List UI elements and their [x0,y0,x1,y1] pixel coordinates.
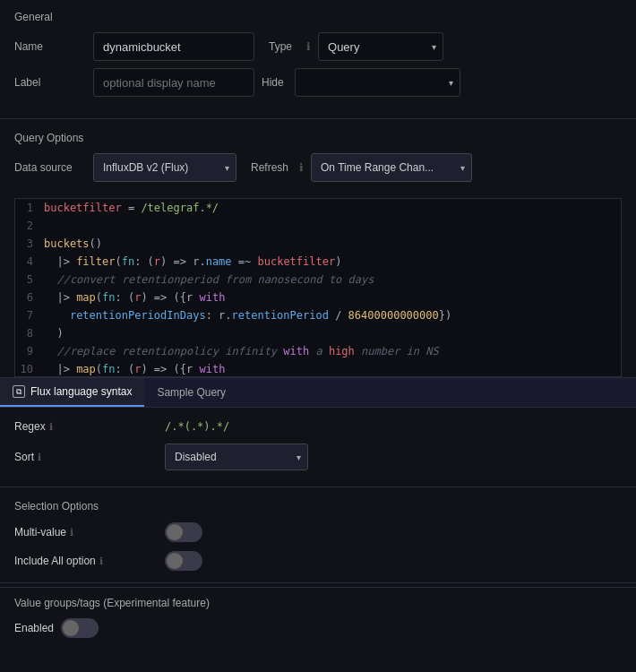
multivalue-label-wrap: Multi-value ℹ [14,526,158,538]
code-line-8: 8 ) [15,324,621,342]
code-line-5: 5 //convert retentionperiod from nanosec… [15,271,621,289]
sort-label-wrap: Sort ℹ [14,451,158,463]
type-label: Type [269,40,292,53]
general-title: General [14,11,622,23]
refresh-label: Refresh [251,161,288,174]
include-all-toggle[interactable] [165,551,202,571]
name-row: Name Type ℹ Query Custom Interval Data s… [14,32,622,61]
multivalue-label: Multi-value [14,526,66,538]
sort-label: Sort [14,451,34,463]
multivalue-row: Multi-value ℹ [0,518,636,547]
include-all-label-wrap: Include All option ℹ [14,555,158,567]
regex-sort-section: Regex ℹ /.*(.*).*/ Sort ℹ Disabled Alpha… [0,408,636,483]
enabled-label: Enabled [14,622,54,634]
divider-3 [0,582,636,583]
tab-flux-label: Flux language syntax [30,385,132,398]
name-input[interactable] [93,32,254,61]
datasource-select-wrap: InfluxDB v2 (Flux) ▾ [93,153,236,182]
label-row: Label Hide Variable Label and Value ▾ [14,68,622,97]
general-section: General Name Type ℹ Query Custom Interva… [0,0,636,115]
query-options-section: Query Options Data source InfluxDB v2 (F… [0,123,636,198]
multivalue-toggle-thumb [167,524,183,540]
include-all-info-icon: ℹ [99,556,103,567]
tab-flux[interactable]: ⧉ Flux language syntax [0,378,144,407]
value-groups-title: Value groups/tags (Experimental feature) [14,597,622,609]
hide-label: Hide [262,76,284,89]
refresh-select[interactable]: On Time Range Chan... Never 5s 10s [311,153,472,182]
code-editor[interactable]: 1 bucketfilter = /telegraf.*/ 2 3 bucket… [14,198,622,377]
label-input[interactable] [93,68,254,97]
type-info-icon: ℹ [306,40,311,53]
code-line-2: 2 [15,217,621,235]
divider-2 [0,487,636,487]
datasource-label: Data source [14,161,86,174]
flux-tab-icon: ⧉ [13,385,25,398]
code-line-9: 9 //replace retentionpolicy infinity wit… [15,342,621,360]
regex-value: /.*(.*).*/ [165,420,229,433]
include-all-label: Include All option [14,555,96,567]
type-select[interactable]: Query Custom Interval Data source [318,32,443,61]
sort-select-wrap: Disabled Alphabetical Numerical ▾ [165,444,308,470]
regex-row: Regex ℹ /.*(.*).*/ [14,415,622,438]
tabs-bar: ⧉ Flux language syntax Sample Query [0,377,636,408]
code-line-3: 3 buckets() [15,235,621,253]
hide-select-wrap: Variable Label and Value ▾ [295,68,460,97]
sort-info-icon: ℹ [38,452,41,463]
regex-info-icon: ℹ [49,421,53,433]
tab-sample-label: Sample Query [157,386,226,399]
selection-options-section: Selection Options Multi-value ℹ Include … [0,491,636,575]
enabled-toggle-thumb [63,620,79,636]
include-all-row: Include All option ℹ [0,547,636,575]
divider-1 [0,118,636,119]
refresh-select-wrap: On Time Range Chan... Never 5s 10s ▾ [311,153,472,182]
code-line-10: 10 |> map(fn: (r) => ({r with [15,360,621,377]
multivalue-toggle[interactable] [165,522,202,542]
refresh-info-icon: ℹ [299,161,304,174]
value-groups-section: Value groups/tags (Experimental feature)… [0,587,636,647]
enabled-toggle[interactable] [61,618,99,638]
datasource-select[interactable]: InfluxDB v2 (Flux) [93,153,236,182]
name-label: Name [14,40,86,53]
label-label: Label [14,76,86,89]
code-line-1: 1 bucketfilter = /telegraf.*/ [15,199,621,217]
multivalue-info-icon: ℹ [70,527,73,538]
regex-label: Regex [14,420,46,433]
code-line-7: 7 retentionPeriodInDays: r.retentionPeri… [15,306,621,324]
query-options-title: Query Options [14,132,622,144]
tab-sample[interactable]: Sample Query [144,378,238,407]
code-line-4: 4 |> filter(fn: (r) => r.name =~ bucketf… [15,253,621,271]
sort-row: Sort ℹ Disabled Alphabetical Numerical ▾ [14,438,622,476]
datasource-row: Data source InfluxDB v2 (Flux) ▾ Refresh… [14,153,622,182]
type-select-wrap: Query Custom Interval Data source ▾ [318,32,443,61]
hide-select[interactable]: Variable Label and Value [295,68,460,97]
sort-select[interactable]: Disabled Alphabetical Numerical [165,444,308,470]
code-line-6: 6 |> map(fn: (r) => ({r with [15,289,621,306]
enabled-row: Enabled [14,618,622,638]
selection-options-title: Selection Options [0,491,636,518]
regex-label-wrap: Regex ℹ [14,420,158,433]
include-all-toggle-thumb [167,553,183,569]
